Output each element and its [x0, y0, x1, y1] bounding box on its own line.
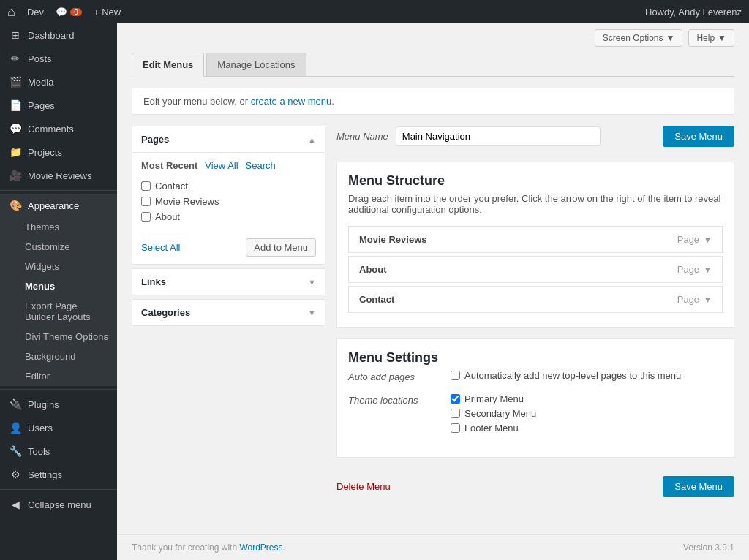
menu-name-input[interactable] [396, 126, 601, 146]
menu-separator-3 [0, 489, 117, 490]
menu-item-type-chevron-icon[interactable]: ▼ [704, 235, 712, 244]
menu-item-type-chevron-icon-contact[interactable]: ▼ [704, 295, 712, 304]
sidebar-item-posts[interactable]: ✏ Posts [0, 47, 117, 70]
menu-structure-title: Menu Structure [348, 173, 723, 189]
select-all-link[interactable]: Select All [141, 242, 180, 253]
pages-accordion: Pages ▲ Most Recent View All Search [132, 126, 325, 265]
add-to-menu-button[interactable]: Add to Menu [246, 238, 316, 257]
sidebar-item-users[interactable]: 👤 Users [0, 416, 117, 439]
menu-separator-2 [0, 389, 117, 390]
menu-left-panel: Pages ▲ Most Recent View All Search [132, 126, 325, 330]
submenu-item-divi-theme[interactable]: Divi Theme Options [0, 327, 117, 347]
primary-menu-checkbox[interactable] [451, 394, 460, 404]
secondary-menu-label: Secondary Menu [464, 408, 536, 419]
wordpress-link[interactable]: WordPress [239, 542, 282, 553]
save-menu-bottom-button[interactable]: Save Menu [663, 476, 734, 497]
sidebar-item-projects[interactable]: 📁 Projects [0, 140, 117, 164]
secondary-menu-checkbox[interactable] [451, 409, 460, 418]
tab-search[interactable]: Search [246, 160, 276, 171]
media-icon: 🎬 [9, 76, 22, 88]
menu-name-label: Menu Name [336, 131, 388, 142]
site-name[interactable]: Dev [27, 7, 44, 18]
wp-logo-icon[interactable]: ⌂ [7, 4, 15, 20]
page-item-contact: Contact [141, 178, 316, 194]
save-menu-top-button[interactable]: Save Menu [663, 126, 734, 147]
footer-menu-row: Footer Menu [451, 423, 723, 434]
sidebar-item-pages[interactable]: 📄 Pages [0, 94, 117, 117]
page-checkbox-contact[interactable] [141, 181, 151, 191]
sidebar-item-settings[interactable]: ⚙ Settings [0, 463, 117, 486]
menu-structure-section: Menu Structure Drag each item into the o… [336, 162, 734, 328]
appearance-icon: 🎨 [9, 200, 22, 211]
sidebar-item-label: Plugins [28, 399, 59, 410]
sidebar-item-media[interactable]: 🎬 Media [0, 70, 117, 94]
auto-add-checkbox[interactable] [451, 371, 460, 380]
page-item-movie-reviews: Movie Reviews [141, 194, 316, 209]
sidebar-item-collapse[interactable]: ◀ Collapse menu [0, 493, 117, 516]
settings-icon: ⚙ [9, 469, 22, 480]
pages-accordion-header[interactable]: Pages ▲ [132, 126, 325, 152]
sidebar-item-tools[interactable]: 🔧 Tools [0, 439, 117, 463]
version-text: Version 3.9.1 [683, 542, 734, 553]
pages-accordion-body: Most Recent View All Search Contact [132, 152, 325, 264]
theme-locations-content: Primary Menu Secondary Menu Footer Menu [451, 393, 723, 437]
auto-add-checkbox-row: Automatically add new top-level pages to… [451, 370, 723, 381]
sidebar-item-label: Dashboard [28, 30, 75, 41]
sidebar-item-plugins[interactable]: 🔌 Plugins [0, 393, 117, 416]
help-button[interactable]: Help ▼ [688, 29, 734, 47]
pages-checkbox-list: Contact Movie Reviews About [141, 178, 316, 224]
menu-item-type-contact: Page ▼ [677, 294, 712, 305]
submenu-item-editor[interactable]: Editor [0, 366, 117, 386]
tab-edit-menus[interactable]: Edit Menus [132, 53, 204, 77]
submenu-item-themes[interactable]: Themes [0, 217, 117, 237]
submenu-item-background[interactable]: Background [0, 347, 117, 366]
sidebar-item-label: Settings [28, 469, 62, 480]
menu-structure-item-about[interactable]: About Page ▼ [348, 256, 723, 283]
auto-add-pages-row: Auto add pages Automatically add new top… [348, 370, 723, 385]
menus-layout: Pages ▲ Most Recent View All Search [132, 126, 734, 504]
sidebar-item-movie-reviews[interactable]: 🎥 Movie Reviews [0, 164, 117, 187]
create-new-menu-link[interactable]: create a new menu [251, 96, 332, 107]
footer-menu-checkbox[interactable] [451, 423, 460, 433]
sidebar-item-dashboard[interactable]: ⊞ Dashboard [0, 23, 117, 47]
new-content-link[interactable]: + New [94, 7, 121, 18]
admin-bar: ⌂ Dev 💬 0 + New Howdy, Andy Leverenz [0, 0, 749, 23]
delete-menu-link[interactable]: Delete Menu [336, 481, 391, 492]
sidebar-item-comments[interactable]: 💬 Comments [0, 117, 117, 140]
tab-view-all[interactable]: View All [205, 160, 238, 171]
sidebar-item-label: Tools [28, 446, 50, 457]
page-item-about: About [141, 209, 316, 224]
accordion-footer: Select All Add to Menu [141, 232, 316, 257]
tab-manage-locations[interactable]: Manage Locations [206, 53, 306, 76]
menu-separator [0, 190, 117, 191]
sidebar-item-appearance[interactable]: 🎨 Appearance [0, 194, 117, 217]
movie-reviews-icon: 🎥 [9, 170, 22, 181]
page-checkbox-movie-reviews[interactable] [141, 197, 151, 206]
sidebar-item-label: Comments [28, 124, 74, 135]
categories-accordion: Categories ▼ [132, 299, 325, 326]
tools-icon: 🔧 [9, 445, 22, 457]
menu-name-row: Menu Name Save Menu [336, 126, 734, 147]
menu-structure-description: Drag each item into the order you prefer… [348, 193, 723, 215]
comments-link[interactable]: 💬 0 [56, 7, 82, 18]
sidebar-item-label: Projects [28, 147, 62, 158]
menu-item-type-label: Page [677, 234, 699, 245]
submenu-item-widgets[interactable]: Widgets [0, 257, 117, 276]
menu-item-type-chevron-icon-about[interactable]: ▼ [704, 265, 712, 274]
submenu-item-menus[interactable]: Menus [0, 276, 117, 296]
screen-options-button[interactable]: Screen Options ▼ [595, 29, 683, 47]
categories-accordion-header[interactable]: Categories ▼ [132, 300, 325, 325]
projects-icon: 📁 [9, 146, 22, 158]
footer-text: Thank you for creating with WordPress. [132, 542, 285, 553]
tab-most-recent[interactable]: Most Recent [141, 160, 197, 171]
links-accordion-header[interactable]: Links ▼ [132, 269, 325, 295]
menu-structure-item-contact[interactable]: Contact Page ▼ [348, 286, 723, 313]
menu-settings-section: Menu Settings Auto add pages Automatical… [336, 338, 734, 458]
menu-structure-item-movie-reviews[interactable]: Movie Reviews Page ▼ [348, 226, 723, 253]
submenu-item-customize[interactable]: Customize [0, 237, 117, 257]
primary-menu-row: Primary Menu [451, 393, 723, 404]
submenu-item-export-page-builder[interactable]: Export Page Builder Layouts [0, 296, 117, 327]
menu-settings-title: Menu Settings [348, 350, 723, 366]
page-checkbox-about[interactable] [141, 212, 151, 222]
main-content: Screen Options ▼ Help ▼ Edit Menus Manag… [117, 23, 749, 560]
